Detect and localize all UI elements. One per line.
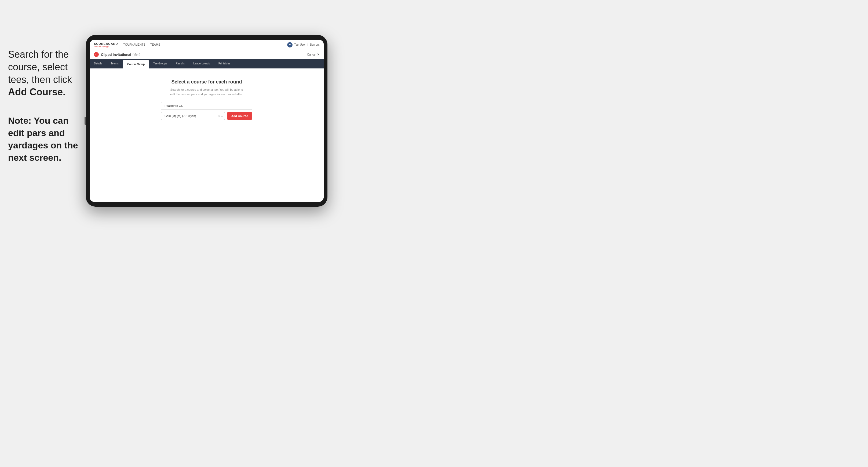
note-line4: next screen.: [8, 152, 61, 163]
note-text: Note: You can edit pars and yardages on …: [8, 115, 86, 164]
course-select-subtitle: Search for a course and select a tee. Yo…: [169, 88, 244, 96]
logo-text: SCOREBOARD: [94, 42, 118, 45]
logo-sub: Powered by clippd: [94, 45, 118, 47]
tablet-side-button: [85, 117, 86, 125]
tournament-icon: C: [94, 52, 99, 57]
user-area: R Test User | Sign out: [287, 42, 319, 48]
tab-results[interactable]: Results: [172, 59, 189, 68]
tournament-type: (Men): [132, 53, 141, 56]
cancel-button[interactable]: Cancel✕: [307, 53, 319, 56]
instruction-bold: Add Course.: [8, 86, 65, 97]
clear-tee-icon[interactable]: ✕: [218, 115, 220, 118]
tablet-device: SCOREBOARD Powered by clippd TOURNAMENTS…: [86, 35, 328, 207]
user-avatar: R: [287, 42, 292, 48]
tab-printables[interactable]: Printables: [214, 59, 235, 68]
tee-select-row: Gold (M) (M) (7010 yds) ✕ ⌄ Add Course: [161, 112, 252, 120]
nav-links: TOURNAMENTS TEAMS: [123, 43, 287, 46]
instruction-text: Search for thecourse, selecttees, then c…: [8, 49, 72, 97]
tab-teams[interactable]: Teams: [106, 59, 123, 68]
add-course-button[interactable]: Add Course: [227, 112, 252, 120]
note-line1: Note: You can: [8, 116, 68, 126]
tee-selected-value: Gold (M) (M) (7010 yds): [164, 114, 196, 118]
tab-course-setup[interactable]: Course Setup: [123, 60, 149, 68]
nav-teams[interactable]: TEAMS: [150, 43, 160, 46]
tournament-name: Clippd Invitational: [101, 53, 131, 57]
cancel-label: Cancel: [307, 53, 316, 56]
cancel-x-icon: ✕: [317, 53, 319, 56]
tab-bar: Details Teams Course Setup Tee Groups Re…: [90, 59, 324, 68]
logo-area: SCOREBOARD Powered by clippd: [94, 42, 118, 47]
tournament-icon-letter: C: [96, 53, 97, 56]
top-nav: SCOREBOARD Powered by clippd TOURNAMENTS…: [90, 40, 324, 50]
chevron-down-icon: ⌄: [221, 115, 223, 118]
course-search-input[interactable]: [161, 102, 252, 110]
tab-leaderboards[interactable]: Leaderboards: [189, 59, 214, 68]
tournament-header: C Clippd Invitational (Men) Cancel✕: [90, 50, 324, 59]
note-line2: edit pars and: [8, 128, 65, 138]
note-line3: yardages on the: [8, 140, 78, 150]
user-name: Test User: [294, 43, 305, 46]
tee-select-wrapper[interactable]: Gold (M) (M) (7010 yds) ✕ ⌄: [161, 112, 225, 120]
sign-out-link[interactable]: Sign out: [309, 43, 319, 46]
tablet-screen: SCOREBOARD Powered by clippd TOURNAMENTS…: [90, 40, 324, 202]
tab-tee-groups[interactable]: Tee Groups: [149, 59, 172, 68]
instruction-panel: Search for thecourse, selecttees, then c…: [8, 48, 86, 164]
course-select-title: Select a course for each round: [171, 79, 242, 85]
nav-tournaments[interactable]: TOURNAMENTS: [123, 43, 146, 46]
tab-details[interactable]: Details: [90, 59, 106, 68]
separator: |: [307, 43, 308, 46]
main-content: Select a course for each round Search fo…: [90, 68, 324, 202]
